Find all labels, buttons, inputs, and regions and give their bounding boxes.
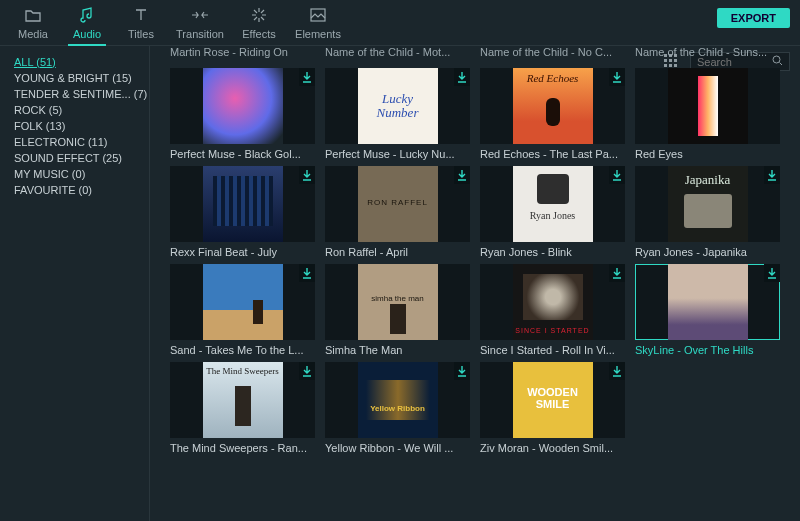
album-art — [513, 264, 593, 340]
media-thumbnail[interactable] — [325, 166, 470, 242]
tab-label: Transition — [168, 28, 232, 40]
album-art — [668, 264, 748, 340]
media-item-label: Name of the Child - Suns... — [635, 46, 780, 58]
download-icon[interactable] — [299, 362, 315, 380]
category-item[interactable]: SOUND EFFECT (25) — [14, 150, 149, 166]
media-item-label: Name of the Child - Mot... — [325, 46, 470, 58]
download-icon[interactable] — [454, 362, 470, 380]
album-art — [513, 362, 593, 438]
media-item-label: The Mind Sweepers - Ran... — [170, 442, 315, 454]
media-item[interactable]: Ryan Jones - Blink — [480, 166, 625, 258]
media-thumbnail[interactable] — [325, 362, 470, 438]
download-icon[interactable] — [609, 264, 625, 282]
image-icon — [286, 6, 350, 24]
album-art — [668, 68, 748, 144]
tab-effects[interactable]: Effects — [232, 0, 286, 40]
album-art — [203, 264, 283, 340]
download-icon[interactable] — [299, 264, 315, 282]
folder-icon — [6, 6, 60, 24]
tab-label: Titles — [114, 28, 168, 40]
media-item[interactable]: Ziv Moran - Wooden Smil... — [480, 362, 625, 454]
download-icon[interactable] — [454, 68, 470, 86]
media-thumbnail[interactable] — [170, 264, 315, 340]
category-item[interactable]: ALL (51) — [14, 54, 149, 70]
tab-label: Elements — [286, 28, 350, 40]
media-thumbnail[interactable] — [635, 68, 780, 144]
media-item[interactable]: Rexx Final Beat - July — [170, 166, 315, 258]
tab-elements[interactable]: Elements — [286, 0, 350, 40]
media-item[interactable]: Yellow Ribbon - We Will ... — [325, 362, 470, 454]
media-item[interactable]: Red Eyes — [635, 68, 780, 160]
svg-rect-0 — [311, 9, 325, 21]
media-panel: Martin Rose - Riding OnName of the Child… — [150, 46, 800, 521]
media-thumbnail[interactable] — [635, 166, 780, 242]
album-art — [358, 166, 438, 242]
export-button[interactable]: EXPORT — [717, 8, 790, 28]
media-item-label: Since I Started - Roll In Vi... — [480, 344, 625, 356]
tab-titles[interactable]: Titles — [114, 0, 168, 40]
category-item[interactable]: MY MUSIC (0) — [14, 166, 149, 182]
media-thumbnail[interactable] — [635, 264, 780, 340]
media-item-label: Ryan Jones - Blink — [480, 246, 625, 258]
media-item-label: Ryan Jones - Japanika — [635, 246, 780, 258]
album-art — [203, 68, 283, 144]
media-item[interactable]: Red Echoes - The Last Pa... — [480, 68, 625, 160]
media-item[interactable]: Since I Started - Roll In Vi... — [480, 264, 625, 356]
media-item[interactable]: Sand - Takes Me To the L... — [170, 264, 315, 356]
media-item[interactable]: LuckyNumberPerfect Muse - Lucky Nu... — [325, 68, 470, 160]
text-icon — [114, 6, 168, 24]
download-icon[interactable] — [454, 166, 470, 184]
tab-audio[interactable]: Audio — [60, 0, 114, 46]
category-item[interactable]: TENDER & SENTIME... (7) — [14, 86, 149, 102]
tab-label: Effects — [232, 28, 286, 40]
album-art: LuckyNumber — [358, 68, 438, 144]
download-icon[interactable] — [609, 166, 625, 184]
download-icon[interactable] — [299, 68, 315, 86]
category-item[interactable]: YOUNG & BRIGHT (15) — [14, 70, 149, 86]
media-item[interactable]: Perfect Muse - Black Gol... — [170, 68, 315, 160]
download-icon[interactable] — [609, 362, 625, 380]
media-thumbnail[interactable] — [480, 166, 625, 242]
transition-icon — [168, 6, 232, 24]
tab-label: Media — [6, 28, 60, 40]
category-item[interactable]: ROCK (5) — [14, 102, 149, 118]
media-item-label: Sand - Takes Me To the L... — [170, 344, 315, 356]
media-item-label: Red Echoes - The Last Pa... — [480, 148, 625, 160]
media-thumbnail[interactable] — [170, 68, 315, 144]
media-item[interactable]: Simha The Man — [325, 264, 470, 356]
download-icon[interactable] — [764, 166, 780, 184]
media-thumbnail[interactable] — [480, 362, 625, 438]
media-item[interactable]: SkyLine - Over The Hills — [635, 264, 780, 356]
download-icon[interactable] — [764, 264, 780, 282]
media-item-label: Martin Rose - Riding On — [170, 46, 315, 58]
tab-transition[interactable]: Transition — [168, 0, 232, 40]
download-icon[interactable] — [609, 68, 625, 86]
media-item-label: Perfect Muse - Lucky Nu... — [325, 148, 470, 160]
category-sidebar: ALL (51)YOUNG & BRIGHT (15)TENDER & SENT… — [0, 46, 150, 521]
category-item[interactable]: FAVOURITE (0) — [14, 182, 149, 198]
media-thumbnail[interactable] — [480, 264, 625, 340]
media-thumbnail[interactable] — [480, 68, 625, 144]
album-art — [358, 362, 438, 438]
tab-media[interactable]: Media — [6, 0, 60, 40]
media-item-label: Name of the Child - No C... — [480, 46, 625, 58]
media-item-label: Simha The Man — [325, 344, 470, 356]
category-item[interactable]: FOLK (13) — [14, 118, 149, 134]
media-item-label: SkyLine - Over The Hills — [635, 344, 780, 356]
media-item[interactable]: The Mind Sweepers - Ran... — [170, 362, 315, 454]
sparkle-icon — [232, 6, 286, 24]
media-item[interactable]: Ryan Jones - Japanika — [635, 166, 780, 258]
media-item-label: Rexx Final Beat - July — [170, 246, 315, 258]
album-art — [668, 166, 748, 242]
media-item[interactable]: Ron Raffel - April — [325, 166, 470, 258]
media-thumbnail[interactable] — [325, 264, 470, 340]
media-thumbnail[interactable] — [170, 166, 315, 242]
media-thumbnail[interactable] — [170, 362, 315, 438]
category-item[interactable]: ELECTRONIC (11) — [14, 134, 149, 150]
album-art — [358, 264, 438, 340]
album-art — [203, 362, 283, 438]
music-note-icon — [60, 6, 114, 24]
download-icon[interactable] — [299, 166, 315, 184]
top-tab-bar: Media Audio Titles Transition Effects El… — [0, 0, 800, 46]
media-thumbnail[interactable]: LuckyNumber — [325, 68, 470, 144]
